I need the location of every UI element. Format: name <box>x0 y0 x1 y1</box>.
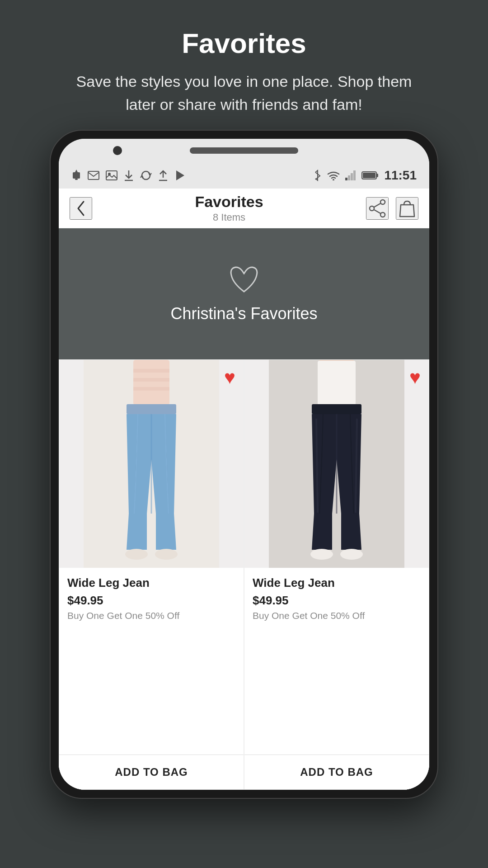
svg-line-22 <box>374 203 380 207</box>
image-icon <box>106 170 117 180</box>
page-header: Favorites Save the styles you love in on… <box>0 0 488 130</box>
jeans-image-light <box>59 360 244 568</box>
svg-point-19 <box>380 200 385 204</box>
svg-rect-4 <box>106 171 117 180</box>
svg-point-11 <box>333 179 334 180</box>
svg-marker-1 <box>75 170 78 172</box>
product-card: ♥ Wide Leg Jean $49.95 Buy One Get One 5… <box>59 359 244 790</box>
add-to-bag-button-2[interactable]: ADD TO BAG <box>244 755 429 789</box>
phone-notch <box>59 139 429 162</box>
svg-rect-25 <box>133 360 169 405</box>
add-to-bag-button-1[interactable]: ADD TO BAG <box>59 755 244 789</box>
svg-marker-10 <box>176 170 184 180</box>
svg-point-37 <box>340 549 363 560</box>
svg-rect-27 <box>133 378 169 382</box>
svg-rect-17 <box>363 173 375 178</box>
battery-icon <box>361 171 379 180</box>
play-store-icon <box>174 170 186 181</box>
svg-point-30 <box>125 549 148 560</box>
signal-icon <box>345 170 356 180</box>
product-name-1: Wide Leg Jean <box>67 576 235 590</box>
product-price-1: $49.95 <box>67 594 235 608</box>
download-icon <box>124 170 134 181</box>
products-grid: ♥ Wide Leg Jean $49.95 Buy One Get One 5… <box>59 359 429 790</box>
svg-rect-29 <box>127 404 176 414</box>
jeans-image-dark <box>244 360 429 568</box>
status-icons-right: 11:51 <box>314 168 417 183</box>
favorites-banner: Christina's Favorites <box>59 228 429 359</box>
product-price-2: $49.95 <box>253 594 421 608</box>
product-name-2: Wide Leg Jean <box>253 576 421 590</box>
phone-screen: 11:51 Favorites 8 Items <box>59 139 429 790</box>
svg-rect-13 <box>348 175 350 180</box>
svg-rect-18 <box>376 174 378 177</box>
svg-rect-2 <box>75 179 78 180</box>
banner-label: Christina's Favorites <box>171 304 318 323</box>
svg-rect-26 <box>133 369 169 373</box>
product-image-2: ♥ <box>244 360 429 568</box>
product-promo-2: Buy One Get One 50% Off <box>253 610 421 621</box>
page-title: Favorites <box>27 27 461 59</box>
svg-rect-14 <box>351 173 353 180</box>
sync-icon <box>140 170 152 181</box>
gmail-icon <box>88 171 99 180</box>
svg-line-23 <box>374 210 380 213</box>
app-header: Favorites 8 Items <box>59 189 429 228</box>
status-bar: 11:51 <box>59 162 429 189</box>
page-subtitle: Save the styles you love in one place. S… <box>63 70 425 116</box>
svg-rect-28 <box>133 387 169 391</box>
app-content: Christina's Favorites <box>59 228 429 790</box>
bag-icon <box>397 198 417 218</box>
upload-icon <box>158 170 168 181</box>
svg-rect-0 <box>73 172 80 179</box>
product-promo-1: Buy One Get One 50% Off <box>67 610 235 621</box>
phone-frame: 11:51 Favorites 8 Items <box>50 130 438 799</box>
favorite-heart-2[interactable]: ♥ <box>409 368 421 387</box>
svg-point-20 <box>370 206 374 211</box>
product-image-1: ♥ <box>59 360 244 568</box>
header-title: Favorites <box>92 193 366 211</box>
bluetooth-icon <box>314 170 322 181</box>
header-items-count: 8 Items <box>92 212 366 223</box>
camera-dot <box>113 146 122 155</box>
status-icons-left <box>71 170 186 181</box>
svg-point-36 <box>310 549 333 560</box>
share-icon <box>367 198 387 218</box>
svg-rect-15 <box>353 170 356 180</box>
header-title-section: Favorites 8 Items <box>92 193 366 223</box>
page-background: Favorites Save the styles you love in on… <box>0 0 488 868</box>
wifi-icon <box>327 170 340 180</box>
product-card-2: ♥ Wide Leg Jean $49.95 Buy One Get One 5… <box>244 359 429 790</box>
bag-button[interactable] <box>396 197 418 220</box>
svg-rect-12 <box>345 178 347 180</box>
back-button[interactable] <box>70 197 92 220</box>
share-button[interactable] <box>366 197 389 220</box>
svg-point-31 <box>155 549 178 560</box>
heart-outline-icon <box>228 264 260 295</box>
header-actions <box>366 197 418 220</box>
product-info-1: Wide Leg Jean $49.95 Buy One Get One 50%… <box>59 568 244 755</box>
status-time: 11:51 <box>384 168 417 183</box>
favorite-heart-1[interactable]: ♥ <box>224 368 235 387</box>
product-info-2: Wide Leg Jean $49.95 Buy One Get One 50%… <box>244 568 429 755</box>
svg-rect-35 <box>312 404 361 414</box>
svg-rect-3 <box>88 171 99 179</box>
back-arrow-icon <box>75 200 86 217</box>
svg-point-21 <box>380 212 385 217</box>
notification-icon <box>71 170 81 181</box>
svg-rect-34 <box>318 361 356 405</box>
